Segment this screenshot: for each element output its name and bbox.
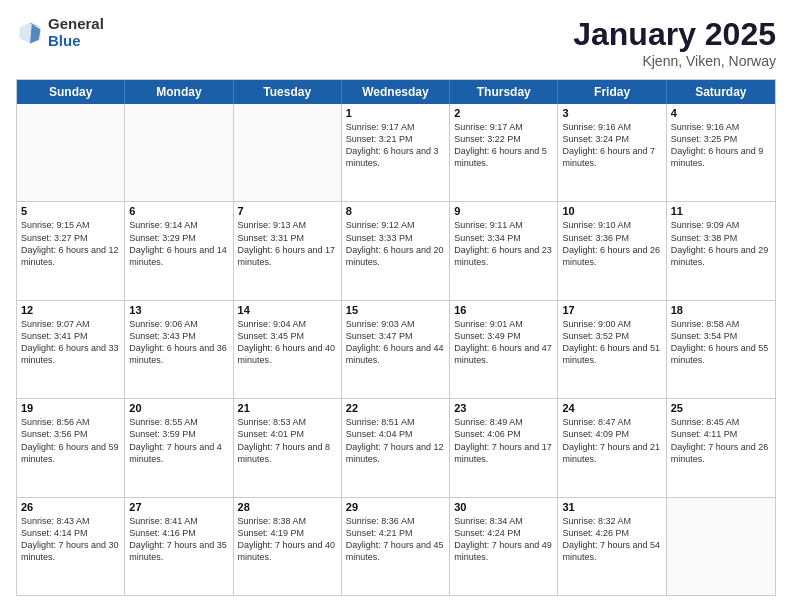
day-cell: 6Sunrise: 9:14 AM Sunset: 3:29 PM Daylig…: [125, 202, 233, 299]
day-number: 6: [129, 205, 228, 217]
day-info: Sunrise: 9:12 AM Sunset: 3:33 PM Dayligh…: [346, 219, 445, 268]
day-number: 22: [346, 402, 445, 414]
day-number: 31: [562, 501, 661, 513]
day-cell: 12Sunrise: 9:07 AM Sunset: 3:41 PM Dayli…: [17, 301, 125, 398]
day-number: 19: [21, 402, 120, 414]
day-number: 8: [346, 205, 445, 217]
day-info: Sunrise: 8:36 AM Sunset: 4:21 PM Dayligh…: [346, 515, 445, 564]
day-info: Sunrise: 9:14 AM Sunset: 3:29 PM Dayligh…: [129, 219, 228, 268]
day-number: 15: [346, 304, 445, 316]
day-info: Sunrise: 8:47 AM Sunset: 4:09 PM Dayligh…: [562, 416, 661, 465]
day-info: Sunrise: 9:01 AM Sunset: 3:49 PM Dayligh…: [454, 318, 553, 367]
day-cell: 29Sunrise: 8:36 AM Sunset: 4:21 PM Dayli…: [342, 498, 450, 595]
day-info: Sunrise: 9:17 AM Sunset: 3:21 PM Dayligh…: [346, 121, 445, 170]
weekday-header: Saturday: [667, 80, 775, 104]
logo: General Blue: [16, 16, 104, 49]
day-cell: 1Sunrise: 9:17 AM Sunset: 3:21 PM Daylig…: [342, 104, 450, 201]
day-cell: 17Sunrise: 9:00 AM Sunset: 3:52 PM Dayli…: [558, 301, 666, 398]
day-info: Sunrise: 8:53 AM Sunset: 4:01 PM Dayligh…: [238, 416, 337, 465]
calendar-header-row: SundayMondayTuesdayWednesdayThursdayFrid…: [17, 80, 775, 104]
day-info: Sunrise: 9:17 AM Sunset: 3:22 PM Dayligh…: [454, 121, 553, 170]
day-cell: 20Sunrise: 8:55 AM Sunset: 3:59 PM Dayli…: [125, 399, 233, 496]
day-cell: 7Sunrise: 9:13 AM Sunset: 3:31 PM Daylig…: [234, 202, 342, 299]
day-cell: 16Sunrise: 9:01 AM Sunset: 3:49 PM Dayli…: [450, 301, 558, 398]
day-info: Sunrise: 8:45 AM Sunset: 4:11 PM Dayligh…: [671, 416, 771, 465]
day-number: 3: [562, 107, 661, 119]
day-number: 28: [238, 501, 337, 513]
day-cell: 2Sunrise: 9:17 AM Sunset: 3:22 PM Daylig…: [450, 104, 558, 201]
day-cell: 10Sunrise: 9:10 AM Sunset: 3:36 PM Dayli…: [558, 202, 666, 299]
calendar-subtitle: Kjenn, Viken, Norway: [573, 53, 776, 69]
day-info: Sunrise: 8:56 AM Sunset: 3:56 PM Dayligh…: [21, 416, 120, 465]
day-info: Sunrise: 9:06 AM Sunset: 3:43 PM Dayligh…: [129, 318, 228, 367]
day-info: Sunrise: 9:16 AM Sunset: 3:24 PM Dayligh…: [562, 121, 661, 170]
day-cell: 3Sunrise: 9:16 AM Sunset: 3:24 PM Daylig…: [558, 104, 666, 201]
weekday-header: Sunday: [17, 80, 125, 104]
day-number: 30: [454, 501, 553, 513]
day-number: 26: [21, 501, 120, 513]
day-info: Sunrise: 8:32 AM Sunset: 4:26 PM Dayligh…: [562, 515, 661, 564]
day-number: 24: [562, 402, 661, 414]
weekday-header: Friday: [558, 80, 666, 104]
empty-cell: [17, 104, 125, 201]
day-info: Sunrise: 9:15 AM Sunset: 3:27 PM Dayligh…: [21, 219, 120, 268]
day-number: 1: [346, 107, 445, 119]
day-cell: 31Sunrise: 8:32 AM Sunset: 4:26 PM Dayli…: [558, 498, 666, 595]
day-cell: 26Sunrise: 8:43 AM Sunset: 4:14 PM Dayli…: [17, 498, 125, 595]
day-number: 14: [238, 304, 337, 316]
calendar-title: January 2025: [573, 16, 776, 53]
day-number: 20: [129, 402, 228, 414]
day-info: Sunrise: 9:16 AM Sunset: 3:25 PM Dayligh…: [671, 121, 771, 170]
day-info: Sunrise: 9:10 AM Sunset: 3:36 PM Dayligh…: [562, 219, 661, 268]
logo-general: General: [48, 16, 104, 33]
day-cell: 30Sunrise: 8:34 AM Sunset: 4:24 PM Dayli…: [450, 498, 558, 595]
title-block: January 2025 Kjenn, Viken, Norway: [573, 16, 776, 69]
day-number: 5: [21, 205, 120, 217]
day-number: 17: [562, 304, 661, 316]
day-number: 13: [129, 304, 228, 316]
logo-blue: Blue: [48, 33, 104, 50]
day-info: Sunrise: 8:58 AM Sunset: 3:54 PM Dayligh…: [671, 318, 771, 367]
page: General Blue January 2025 Kjenn, Viken, …: [0, 0, 792, 612]
logo-text: General Blue: [48, 16, 104, 49]
day-cell: 24Sunrise: 8:47 AM Sunset: 4:09 PM Dayli…: [558, 399, 666, 496]
day-cell: 5Sunrise: 9:15 AM Sunset: 3:27 PM Daylig…: [17, 202, 125, 299]
empty-cell: [667, 498, 775, 595]
day-info: Sunrise: 9:03 AM Sunset: 3:47 PM Dayligh…: [346, 318, 445, 367]
day-number: 27: [129, 501, 228, 513]
day-cell: 15Sunrise: 9:03 AM Sunset: 3:47 PM Dayli…: [342, 301, 450, 398]
calendar-week: 5Sunrise: 9:15 AM Sunset: 3:27 PM Daylig…: [17, 202, 775, 300]
day-cell: 22Sunrise: 8:51 AM Sunset: 4:04 PM Dayli…: [342, 399, 450, 496]
weekday-header: Monday: [125, 80, 233, 104]
day-info: Sunrise: 9:07 AM Sunset: 3:41 PM Dayligh…: [21, 318, 120, 367]
day-cell: 27Sunrise: 8:41 AM Sunset: 4:16 PM Dayli…: [125, 498, 233, 595]
day-cell: 18Sunrise: 8:58 AM Sunset: 3:54 PM Dayli…: [667, 301, 775, 398]
day-cell: 4Sunrise: 9:16 AM Sunset: 3:25 PM Daylig…: [667, 104, 775, 201]
day-cell: 9Sunrise: 9:11 AM Sunset: 3:34 PM Daylig…: [450, 202, 558, 299]
empty-cell: [234, 104, 342, 201]
calendar-week: 12Sunrise: 9:07 AM Sunset: 3:41 PM Dayli…: [17, 301, 775, 399]
day-number: 7: [238, 205, 337, 217]
day-number: 2: [454, 107, 553, 119]
day-cell: 28Sunrise: 8:38 AM Sunset: 4:19 PM Dayli…: [234, 498, 342, 595]
calendar-week: 19Sunrise: 8:56 AM Sunset: 3:56 PM Dayli…: [17, 399, 775, 497]
day-number: 9: [454, 205, 553, 217]
day-info: Sunrise: 9:00 AM Sunset: 3:52 PM Dayligh…: [562, 318, 661, 367]
day-cell: 8Sunrise: 9:12 AM Sunset: 3:33 PM Daylig…: [342, 202, 450, 299]
day-number: 25: [671, 402, 771, 414]
day-info: Sunrise: 8:34 AM Sunset: 4:24 PM Dayligh…: [454, 515, 553, 564]
calendar-week: 26Sunrise: 8:43 AM Sunset: 4:14 PM Dayli…: [17, 498, 775, 595]
day-cell: 21Sunrise: 8:53 AM Sunset: 4:01 PM Dayli…: [234, 399, 342, 496]
day-info: Sunrise: 8:55 AM Sunset: 3:59 PM Dayligh…: [129, 416, 228, 465]
day-cell: 13Sunrise: 9:06 AM Sunset: 3:43 PM Dayli…: [125, 301, 233, 398]
day-cell: 14Sunrise: 9:04 AM Sunset: 3:45 PM Dayli…: [234, 301, 342, 398]
weekday-header: Thursday: [450, 80, 558, 104]
day-info: Sunrise: 8:43 AM Sunset: 4:14 PM Dayligh…: [21, 515, 120, 564]
day-info: Sunrise: 9:13 AM Sunset: 3:31 PM Dayligh…: [238, 219, 337, 268]
day-number: 12: [21, 304, 120, 316]
day-info: Sunrise: 9:11 AM Sunset: 3:34 PM Dayligh…: [454, 219, 553, 268]
empty-cell: [125, 104, 233, 201]
calendar-body: 1Sunrise: 9:17 AM Sunset: 3:21 PM Daylig…: [17, 104, 775, 595]
day-number: 4: [671, 107, 771, 119]
day-cell: 25Sunrise: 8:45 AM Sunset: 4:11 PM Dayli…: [667, 399, 775, 496]
